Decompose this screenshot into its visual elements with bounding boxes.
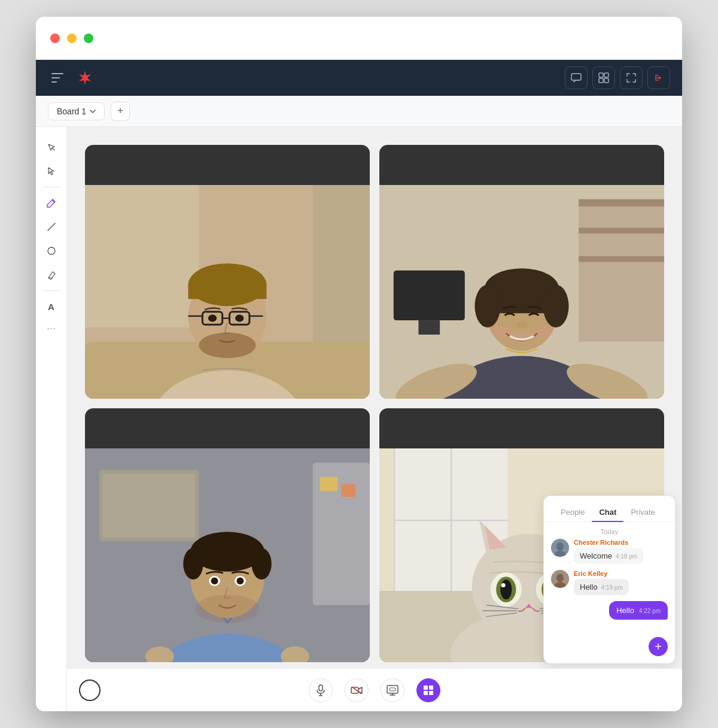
navbar <box>36 60 682 96</box>
svg-point-41 <box>474 285 500 327</box>
svg-rect-33 <box>579 256 664 262</box>
video-feed-3 <box>85 408 370 662</box>
svg-rect-48 <box>103 474 196 538</box>
svg-rect-50 <box>320 477 338 492</box>
more-tools-button[interactable]: ··· <box>47 322 56 335</box>
svg-point-44 <box>489 324 511 337</box>
chat-text-chester: Welcome <box>580 551 612 560</box>
toolbar: A ··· <box>36 127 67 711</box>
svg-rect-2 <box>51 81 57 83</box>
add-board-button[interactable]: + <box>111 102 130 121</box>
svg-rect-1 <box>51 77 60 78</box>
canvas-area: People Chat Private Today <box>67 127 682 711</box>
text-tool[interactable]: A <box>41 296 62 317</box>
svg-rect-3 <box>571 74 581 80</box>
close-button[interactable] <box>50 34 60 43</box>
eraser-tool[interactable] <box>41 264 62 286</box>
chat-add-button[interactable]: + <box>649 637 668 656</box>
svg-rect-110 <box>424 691 428 695</box>
pen-tool[interactable] <box>41 192 62 214</box>
own-text: Hello <box>616 606 634 615</box>
svg-point-24 <box>235 315 244 322</box>
svg-rect-101 <box>319 685 323 691</box>
tab-chat[interactable]: Chat <box>592 503 623 521</box>
chat-icon-btn[interactable] <box>565 66 588 89</box>
video-off-button[interactable] <box>345 678 369 702</box>
svg-point-62 <box>251 548 271 580</box>
chat-text-eric: Hello <box>580 583 598 592</box>
grid-icon-btn[interactable] <box>592 66 615 89</box>
chat-panel: People Chat Private Today <box>543 496 675 663</box>
svg-rect-72 <box>394 520 507 521</box>
filter-icon[interactable] <box>48 68 67 87</box>
main-content: A ··· <box>36 127 682 711</box>
svg-point-43 <box>516 321 527 328</box>
layout-button[interactable] <box>416 678 440 702</box>
svg-point-23 <box>208 315 217 322</box>
bottom-bar <box>67 668 682 711</box>
circle-tool[interactable] <box>41 240 62 262</box>
svg-rect-4 <box>599 73 603 77</box>
board-tabs-bar: Board 1 + <box>36 96 682 127</box>
tab-people[interactable]: People <box>553 503 592 521</box>
svg-rect-10 <box>85 185 199 327</box>
chat-date-label: Today <box>544 522 675 539</box>
cursor-tool[interactable] <box>41 160 62 182</box>
svg-point-61 <box>183 548 203 580</box>
maximize-button[interactable] <box>84 34 93 43</box>
title-bar <box>36 17 682 60</box>
navbar-right <box>565 66 670 89</box>
chat-sender-eric: Eric Kelley <box>574 570 629 577</box>
mic-button[interactable] <box>309 678 333 702</box>
avatar-chester <box>551 539 569 557</box>
tool-divider-2 <box>43 290 60 291</box>
tool-divider-1 <box>43 187 60 187</box>
exit-icon-btn[interactable] <box>647 66 670 89</box>
chat-bubble-chester: Chester Richards Welcome 4:18 pm <box>574 539 643 564</box>
status-circle <box>79 680 101 701</box>
chat-text-row-eric: Hello 4:19 pm <box>574 579 629 595</box>
svg-point-8 <box>48 247 55 254</box>
own-bubble: Hello 4:22 pm <box>609 601 668 620</box>
svg-point-84 <box>500 580 512 599</box>
chat-message-chester: Chester Richards Welcome 4:18 pm <box>551 539 668 564</box>
svg-rect-107 <box>390 688 395 691</box>
video-cell-1 <box>85 145 370 399</box>
svg-rect-7 <box>604 78 609 83</box>
svg-point-66 <box>236 577 244 584</box>
chat-message-eric: Eric Kelley Hello 4:19 pm <box>551 570 668 595</box>
own-time: 4:22 pm <box>639 608 661 614</box>
logo-icon <box>75 68 95 87</box>
expand-icon-btn[interactable] <box>620 66 643 89</box>
chat-message-own: Hello 4:22 pm <box>551 601 668 620</box>
svg-rect-0 <box>51 73 63 74</box>
video-cell-2 <box>379 145 664 399</box>
screen-share-button[interactable] <box>381 678 404 702</box>
add-board-icon: + <box>117 105 124 117</box>
tab-private[interactable]: Private <box>623 503 662 521</box>
chat-bubble-eric: Eric Kelley Hello 4:19 pm <box>574 570 629 595</box>
chat-tabs: People Chat Private <box>544 496 675 522</box>
line-tool[interactable] <box>41 216 62 238</box>
chat-time-eric: 4:19 pm <box>601 584 623 591</box>
cursor-alt-tool[interactable] <box>41 136 62 158</box>
chat-time-chester: 4:18 pm <box>616 553 637 560</box>
navbar-left <box>48 68 95 87</box>
svg-rect-108 <box>424 685 428 690</box>
svg-rect-29 <box>418 320 440 335</box>
video-feed-2 <box>379 145 664 399</box>
svg-point-96 <box>556 542 564 551</box>
svg-rect-30 <box>579 199 664 342</box>
svg-rect-5 <box>604 73 609 77</box>
chat-text-row-chester: Welcome 4:18 pm <box>574 548 643 564</box>
svg-rect-6 <box>599 78 603 83</box>
svg-point-42 <box>543 285 569 327</box>
avatar-eric <box>551 570 569 588</box>
svg-point-45 <box>533 324 554 337</box>
svg-rect-109 <box>429 685 433 690</box>
svg-rect-106 <box>387 685 398 693</box>
video-cell-3 <box>85 408 370 662</box>
app-window: Board 1 + <box>36 17 682 711</box>
board-tab-1[interactable]: Board 1 <box>48 102 105 120</box>
minimize-button[interactable] <box>67 34 77 43</box>
